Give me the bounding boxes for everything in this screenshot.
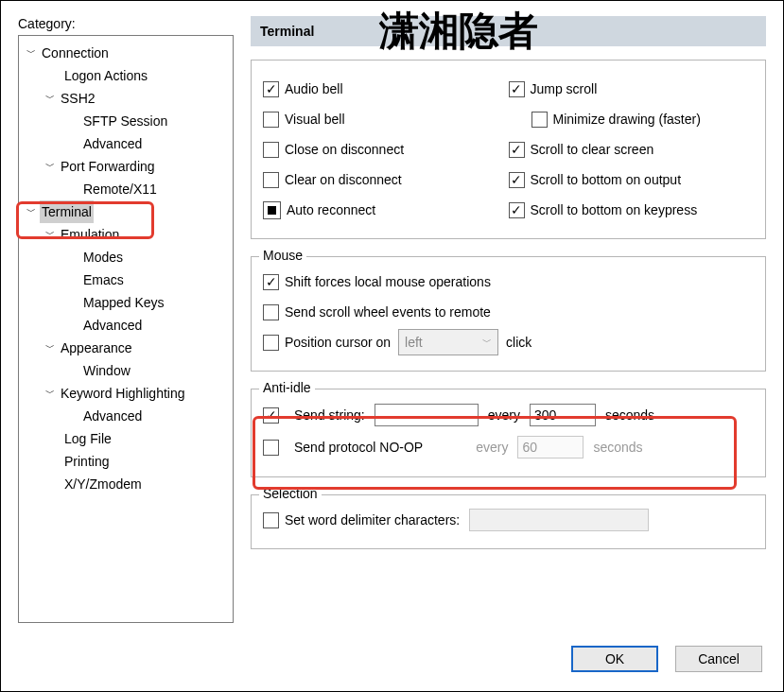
shift-local-mouse-label: Shift forces local mouse operations: [285, 274, 491, 289]
send-noop-label: Send protocol NO-OP: [294, 440, 423, 455]
tree-item-log-file[interactable]: Log File: [21, 427, 231, 450]
jump-scroll-checkbox[interactable]: [509, 81, 525, 97]
anti-idle-group: Anti-idle Send string: every seconds Sen…: [251, 389, 766, 477]
tree-item-keyword-highlighting[interactable]: ﹀Keyword Highlighting: [21, 382, 231, 405]
position-cursor-checkbox[interactable]: [263, 335, 279, 351]
visual-bell-checkbox[interactable]: [263, 112, 279, 128]
selection-group: Selection Set word delimiter characters:: [251, 494, 766, 549]
tree-item-appearance[interactable]: ﹀Appearance: [21, 337, 231, 359]
chevron-down-icon: ﹀: [482, 336, 492, 349]
chevron-down-icon: ﹀: [44, 382, 57, 405]
chevron-down-icon: ﹀: [44, 155, 57, 178]
click-suffix-label: click: [506, 335, 531, 350]
scroll-bottom-keypress-label: Scroll to bottom on keypress: [531, 202, 698, 217]
tree-item-emulation[interactable]: ﹀Emulation: [21, 223, 231, 246]
dialog-footer: OK Cancel: [571, 646, 762, 672]
chevron-down-icon: ﹀: [44, 337, 57, 359]
close-on-disconnect-checkbox[interactable]: [263, 142, 279, 158]
tree-item-window[interactable]: Window: [21, 359, 231, 382]
chevron-down-icon: ﹀: [25, 42, 38, 64]
clear-on-disconnect-label: Clear on disconnect: [285, 172, 402, 187]
scroll-bottom-keypress-checkbox[interactable]: [509, 202, 525, 218]
panel-title: Terminal: [251, 16, 766, 46]
settings-panel: Terminal Audio bell Visual bell Close on…: [251, 16, 766, 621]
mouse-group-title: Mouse: [259, 248, 306, 263]
category-label: Category:: [18, 16, 234, 31]
ok-button[interactable]: OK: [571, 646, 658, 672]
send-string-label: Send string:: [294, 407, 365, 423]
position-cursor-label: Position cursor on: [285, 335, 391, 350]
scroll-clear-checkbox[interactable]: [509, 142, 525, 158]
audio-bell-label: Audio bell: [285, 81, 343, 96]
tree-item-logon-actions[interactable]: Logon Actions: [21, 64, 231, 87]
tree-item-port-forwarding[interactable]: ﹀Port Forwarding: [21, 155, 231, 178]
audio-bell-checkbox[interactable]: [263, 81, 279, 97]
chevron-down-icon: ﹀: [44, 87, 57, 110]
category-tree[interactable]: ﹀Connection Logon Actions ﹀SSH2 SFTP Ses…: [18, 35, 234, 623]
send-string-input[interactable]: [375, 404, 479, 426]
scroll-bottom-output-label: Scroll to bottom on output: [531, 172, 682, 187]
send-noop-checkbox[interactable]: [263, 440, 279, 456]
send-string-checkbox[interactable]: [263, 407, 279, 424]
send-wheel-checkbox[interactable]: [263, 304, 279, 320]
auto-reconnect-checkbox[interactable]: [263, 201, 281, 219]
category-sidebar: Category: ﹀Connection Logon Actions ﹀SSH…: [18, 16, 234, 621]
settings-dialog: 潇湘隐者 Category: ﹀Connection Logon Actions…: [0, 0, 784, 692]
every-label-1: every: [488, 407, 520, 423]
selection-group-title: Selection: [259, 486, 322, 501]
close-on-disconnect-label: Close on disconnect: [285, 142, 404, 157]
send-string-interval-input[interactable]: [530, 404, 596, 426]
position-cursor-value: left: [405, 335, 423, 350]
every-label-2: every: [476, 440, 508, 455]
tree-item-advanced-emulation[interactable]: Advanced: [21, 314, 231, 337]
tree-item-terminal[interactable]: ﹀Terminal: [21, 200, 231, 223]
minimize-drawing-checkbox[interactable]: [531, 112, 548, 128]
minimize-drawing-label: Minimize drawing (faster): [553, 112, 701, 127]
jump-scroll-label: Jump scroll: [531, 81, 598, 96]
tree-item-advanced-keyword[interactable]: Advanced: [21, 405, 231, 427]
word-delimiter-label: Set word delimiter characters:: [285, 512, 460, 528]
seconds-label-2: seconds: [593, 440, 642, 455]
terminal-options-group: Audio bell Visual bell Close on disconne…: [251, 60, 766, 239]
tree-item-mapped-keys[interactable]: Mapped Keys: [21, 291, 231, 314]
shift-local-mouse-checkbox[interactable]: [263, 274, 279, 290]
position-cursor-combo[interactable]: left﹀: [398, 329, 498, 355]
tree-item-xyzmodem[interactable]: X/Y/Zmodem: [21, 473, 231, 495]
chevron-down-icon: ﹀: [44, 223, 57, 246]
tree-item-modes[interactable]: Modes: [21, 246, 231, 268]
tree-item-printing[interactable]: Printing: [21, 450, 231, 473]
tree-item-emacs[interactable]: Emacs: [21, 268, 231, 291]
send-wheel-label: Send scroll wheel events to remote: [285, 304, 491, 320]
clear-on-disconnect-checkbox[interactable]: [263, 172, 279, 188]
noop-interval-input: [517, 436, 584, 458]
auto-reconnect-label: Auto reconnect: [287, 202, 375, 217]
seconds-label-1: seconds: [605, 407, 654, 423]
cancel-button[interactable]: Cancel: [675, 646, 762, 672]
mouse-group: Mouse Shift forces local mouse operation…: [251, 256, 766, 372]
tree-item-remote-x11[interactable]: Remote/X11: [21, 178, 231, 200]
tree-item-advanced-ssh2[interactable]: Advanced: [21, 132, 231, 155]
word-delimiter-input: [469, 509, 649, 531]
anti-idle-group-title: Anti-idle: [259, 380, 315, 395]
tree-item-ssh2[interactable]: ﹀SSH2: [21, 87, 231, 110]
word-delimiter-checkbox[interactable]: [263, 512, 279, 528]
tree-item-sftp-session[interactable]: SFTP Session: [21, 110, 231, 132]
visual-bell-label: Visual bell: [285, 112, 345, 127]
scroll-bottom-output-checkbox[interactable]: [509, 172, 525, 188]
chevron-down-icon: ﹀: [25, 200, 38, 223]
tree-item-connection[interactable]: ﹀Connection: [21, 42, 231, 64]
scroll-clear-label: Scroll to clear screen: [531, 142, 654, 157]
